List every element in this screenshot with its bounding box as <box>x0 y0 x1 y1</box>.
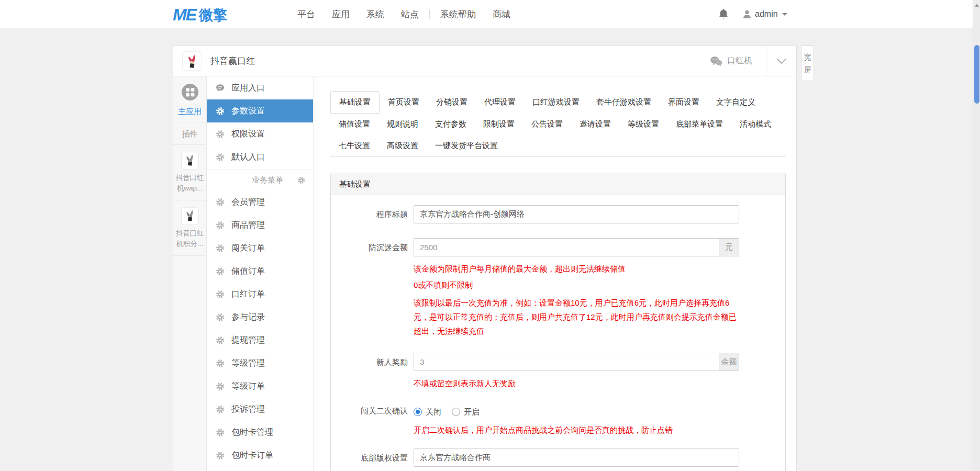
panel-title: 基础设置 <box>331 173 785 195</box>
menu-item-withdraw-manage[interactable]: 提现管理 <box>207 329 313 352</box>
app-card: 抖音赢口红 口红机 <box>173 46 797 471</box>
wechat-icon <box>710 56 722 66</box>
tab-text-custom[interactable]: 文字自定义 <box>708 92 764 113</box>
comment-icon <box>216 84 225 93</box>
form-row-anti-addiction: 防沉迷金额 元 该金额为限制用户每月储值的最大金额，超出则无法继续储值 0或不填… <box>331 238 785 338</box>
lipstick-icon <box>185 54 199 69</box>
menu-item-level-orders[interactable]: 等级订单 <box>207 375 313 398</box>
account-switcher[interactable]: 口红机 <box>710 55 766 66</box>
menu-item-label: 商品管理 <box>231 220 265 231</box>
page-scrollbar[interactable] <box>973 0 980 471</box>
logo-mark: ME <box>173 5 196 25</box>
side-menu: 应用入口 参数设置 权限设置 <box>207 76 314 471</box>
tab-rules[interactable]: 规则说明 <box>378 114 427 135</box>
business-menu-section: 业务菜单 <box>207 170 313 190</box>
user-caret-icon <box>782 13 787 16</box>
menu-item-label: 等级管理 <box>231 358 265 369</box>
chevron-down-icon <box>776 58 787 65</box>
menu-item-label: 包时卡订单 <box>231 450 273 461</box>
weengine-logo[interactable]: ME 微擎 <box>173 5 227 25</box>
gear-icon <box>216 198 225 207</box>
radio-label-open[interactable]: 开启 <box>464 407 480 417</box>
radio-confirm-open[interactable] <box>452 408 460 416</box>
plugin-item-points[interactable]: 抖音口红机积分... <box>173 200 206 256</box>
app-title: 抖音赢口红 <box>210 55 255 67</box>
menu-item-label: 储值订单 <box>231 266 265 277</box>
plugin-label: 抖音口红机积分... <box>175 228 205 249</box>
gear-icon <box>216 130 225 139</box>
menu-item-label: 投诉管理 <box>231 404 265 415</box>
nav-site[interactable]: 站点 <box>393 8 427 20</box>
field-label: 底部版权设置 <box>331 448 414 471</box>
menu-item-recharge-orders[interactable]: 储值订单 <box>207 260 313 283</box>
tab-advanced-settings[interactable]: 高级设置 <box>378 135 427 156</box>
plugin-item-wap[interactable]: 抖音口红机wap... <box>173 145 206 200</box>
menu-item-permission-settings[interactable]: 权限设置 <box>207 122 313 145</box>
nav-store[interactable]: 商城 <box>484 8 519 20</box>
tab-invite-settings[interactable]: 邀请设置 <box>571 114 619 135</box>
main-app-item[interactable]: 主应用 <box>173 76 206 122</box>
tab-limit-settings[interactable]: 限制设置 <box>475 114 523 135</box>
menu-item-app-entry[interactable]: 应用入口 <box>207 76 313 99</box>
tab-distribution-settings[interactable]: 分销设置 <box>428 92 476 113</box>
field-label: 闯关二次确认 <box>331 403 414 436</box>
nav-apps[interactable]: 应用 <box>324 8 358 20</box>
unit-addon-yuan: 元 <box>719 238 739 256</box>
menu-item-participation-records[interactable]: 参与记录 <box>207 306 313 329</box>
help-text: 该金额为限制用户每月储值的最大金额，超出则无法继续储值 <box>414 263 739 275</box>
tab-agent-settings[interactable]: 代理设置 <box>476 92 524 113</box>
widescreen-toggle[interactable]: 宽屏 <box>801 46 814 81</box>
tab-payment-params[interactable]: 支付参数 <box>427 114 475 135</box>
bell-icon[interactable] <box>718 8 729 20</box>
anti-addiction-input[interactable] <box>414 238 719 256</box>
gear-icon <box>216 451 225 460</box>
menu-item-timecard-manage[interactable]: 包时卡管理 <box>207 421 313 444</box>
tab-activity-mode[interactable]: 活动模式 <box>731 114 779 135</box>
tab-announcement-settings[interactable]: 公告设置 <box>523 114 571 135</box>
menu-settings-gear-icon[interactable] <box>297 176 305 184</box>
scroll-up-arrow-icon[interactable] <box>975 4 979 7</box>
app-header: 抖音赢口红 口红机 <box>173 46 796 76</box>
business-menu-label: 业务菜单 <box>252 175 283 185</box>
menu-item-complaint-manage[interactable]: 投诉管理 <box>207 398 313 421</box>
tab-qiniu-settings[interactable]: 七牛设置 <box>330 135 378 156</box>
form-row-program-title: 程序标题 <box>331 205 785 223</box>
nav-system[interactable]: 系统 <box>358 8 393 20</box>
menu-item-timecard-orders[interactable]: 包时卡订单 <box>207 444 313 467</box>
tab-oneclick-delivery-settings[interactable]: 一键发货平台设置 <box>427 135 506 156</box>
nav-help[interactable]: 系统帮助 <box>432 8 484 20</box>
menu-item-lipstick-orders[interactable]: 口红订单 <box>207 283 313 306</box>
tab-bottom-menu-settings[interactable]: 底部菜单设置 <box>667 114 731 135</box>
field-label: 新人奖励 <box>331 353 414 389</box>
newcomer-reward-input[interactable] <box>414 353 719 371</box>
menu-item-default-entry[interactable]: 默认入口 <box>207 145 313 169</box>
help-text: 开启二次确认后，用户开始点商品挑战之前会询问是否真的挑战，防止点错 <box>414 424 739 436</box>
nav-platform[interactable]: 平台 <box>289 8 324 20</box>
menu-item-goods-manage[interactable]: 商品管理 <box>207 214 313 237</box>
tab-level-settings[interactable]: 等级设置 <box>619 114 667 135</box>
user-menu[interactable]: admin <box>742 9 787 19</box>
tab-recharge-settings[interactable]: 储值设置 <box>330 114 378 135</box>
user-icon <box>742 9 752 19</box>
tab-lipstick-game-settings[interactable]: 口红游戏设置 <box>524 92 588 113</box>
tab-interface-settings[interactable]: 界面设置 <box>660 92 708 113</box>
account-label: 口红机 <box>727 55 752 66</box>
tab-cowboy-game-settings[interactable]: 套牛仔游戏设置 <box>588 92 660 113</box>
program-title-input[interactable] <box>414 205 739 223</box>
card-body: 主应用 插件 抖音口红机wap... <box>173 76 796 471</box>
menu-item-challenge-orders[interactable]: 闯关订单 <box>207 237 313 260</box>
menu-item-label: 会员管理 <box>231 197 265 208</box>
tab-basic-settings[interactable]: 基础设置 <box>330 91 380 114</box>
radio-label-close[interactable]: 关闭 <box>426 407 441 417</box>
menu-item-label: 口红订单 <box>231 289 265 300</box>
radio-confirm-close[interactable] <box>414 408 422 416</box>
scrollbar-thumb[interactable] <box>974 45 979 104</box>
copyright-input[interactable] <box>414 448 739 467</box>
menu-item-parameter-settings[interactable]: 参数设置 <box>207 99 313 122</box>
main-app-grid-icon <box>181 83 199 101</box>
menu-item-member-manage[interactable]: 会员管理 <box>207 190 313 214</box>
tab-home-settings[interactable]: 首页设置 <box>380 92 428 113</box>
collapse-button[interactable] <box>766 46 796 76</box>
menu-item-label: 默认入口 <box>231 152 265 163</box>
menu-item-level-manage[interactable]: 等级管理 <box>207 352 313 375</box>
